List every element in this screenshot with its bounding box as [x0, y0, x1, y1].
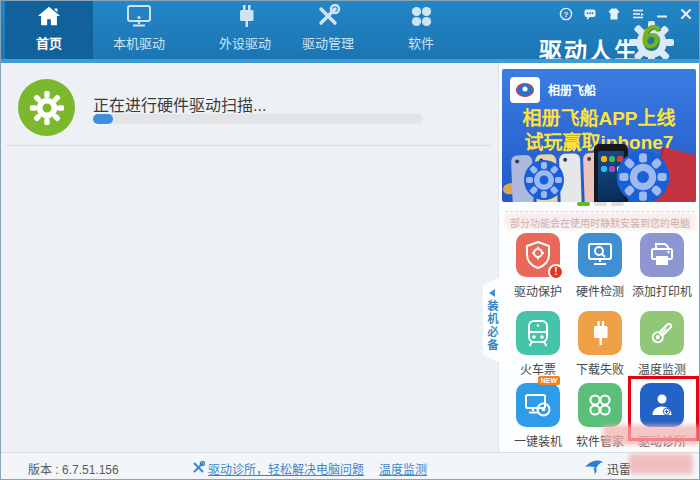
app-temperature-monitor[interactable]: 温度监测	[631, 311, 693, 377]
app-label: 下载失败	[569, 360, 631, 377]
tab-label: 首页	[36, 33, 62, 52]
tab-driver-management[interactable]: 驱动管理	[285, 1, 371, 59]
chevron-left-icon	[489, 289, 495, 297]
alert-badge: !	[548, 264, 564, 280]
svg-text:?: ?	[563, 10, 568, 19]
version-text: 版本 : 6.7.51.156	[28, 460, 119, 477]
shield-gear-icon: !	[516, 233, 560, 277]
banner-phones-art	[502, 140, 696, 202]
ad-banner[interactable]: 相册飞船 相册飞船APP上线 试玩赢取iphone7	[502, 69, 696, 202]
tools-icon	[315, 2, 341, 30]
app-label: 添加打印机	[631, 282, 693, 299]
app-one-click-setup[interactable]: NEW 一键装机	[507, 383, 569, 449]
wrench-icon	[192, 460, 205, 478]
home-icon	[36, 2, 62, 30]
app-label: 驱动诊所	[631, 432, 693, 449]
app-hardware-detect[interactable]: 硬件检测	[569, 233, 631, 299]
tab-label: 外设驱动	[219, 33, 271, 52]
app-window: 首页 本机驱动 外设驱动 驱动管理 软件	[0, 0, 700, 480]
app-driver-protection[interactable]: ! 驱动保护	[507, 233, 569, 299]
usb-icon	[233, 2, 257, 30]
app-logo-text: 驱动人生	[539, 32, 639, 66]
carousel-dot[interactable]	[611, 202, 624, 206]
sidebar-separator	[505, 211, 695, 212]
banner-brand-text: 相册飞船	[548, 81, 596, 98]
skin-icon[interactable]	[606, 6, 621, 21]
app-label: 驱动保护	[507, 282, 569, 299]
app-software-manager[interactable]: 软件管家	[569, 383, 631, 449]
train-icon	[516, 311, 560, 355]
banner-gear-icon	[614, 148, 672, 202]
carousel-dots	[499, 202, 700, 206]
banner-gear-icon	[522, 158, 566, 202]
essentials-side-tab[interactable]: 装机必备	[483, 277, 501, 363]
scan-gear-icon	[18, 79, 75, 136]
app-driver-clinic[interactable]: 驱动诊所	[631, 383, 693, 449]
app-label: 软件管家	[569, 432, 631, 449]
thermometer-icon	[640, 311, 684, 355]
xunlei-link[interactable]: 迅雷	[607, 460, 631, 477]
watermark-blur	[629, 454, 693, 474]
tab-local-drivers[interactable]: 本机驱动	[96, 1, 182, 59]
tab-software[interactable]: 软件	[378, 1, 464, 59]
disclaimer-text: 部分功能会在使用时静默安装到您的电脑	[499, 215, 700, 230]
app-label: 温度监测	[631, 360, 693, 377]
apps-icon	[408, 2, 434, 30]
main-panel: 正在进行硬件驱动扫描...	[1, 63, 498, 452]
status-bar: 版本 : 6.7.51.156 驱动诊所，轻松解决电脑问题 温度监测 迅雷	[1, 452, 700, 480]
carousel-dot[interactable]	[577, 202, 590, 206]
tab-label: 驱动管理	[302, 33, 354, 52]
app-label: 硬件检测	[569, 282, 631, 299]
new-badge: NEW	[538, 376, 560, 385]
usb-plug-icon	[578, 311, 622, 355]
scan-status-text: 正在进行硬件驱动扫描...	[93, 92, 266, 116]
feedback-icon[interactable]	[582, 6, 597, 21]
temperature-monitor-link[interactable]: 温度监测	[379, 460, 427, 477]
doctor-icon	[640, 383, 684, 427]
carousel-dot[interactable]	[594, 202, 607, 206]
scan-progress-bar	[93, 114, 423, 124]
xunlei-bird-icon	[584, 458, 604, 479]
sidebar-panel: 相册飞船 相册飞船APP上线 试玩赢取iphone7	[498, 63, 700, 452]
app-download-failed[interactable]: 下载失败	[569, 311, 631, 377]
progress-fill	[93, 114, 113, 124]
driver-clinic-link[interactable]: 驱动诊所，轻松解决电脑问题	[208, 460, 364, 477]
main-separator	[7, 145, 491, 146]
top-navigation: 首页 本机驱动 外设驱动 驱动管理 软件	[1, 1, 699, 63]
monitor-icon	[125, 2, 153, 30]
app-add-printer[interactable]: 添加打印机	[631, 233, 693, 299]
side-tab-label: 装机必备	[484, 300, 500, 352]
tab-home[interactable]: 首页	[5, 1, 93, 59]
clover-icon	[578, 383, 622, 427]
help-icon[interactable]: ?	[558, 6, 573, 21]
app-label: 火车票	[507, 360, 569, 377]
titlebar-controls: ?	[558, 6, 693, 21]
printer-icon	[640, 233, 684, 277]
banner-headline-1: 相册飞船APP上线	[502, 103, 696, 130]
monitor-scan-icon	[578, 233, 622, 277]
close-icon[interactable]	[678, 6, 693, 21]
logo-version-badge: 6	[641, 17, 660, 56]
monitor-disc-icon: NEW	[516, 383, 560, 427]
app-label: 一键装机	[507, 432, 569, 449]
tab-peripheral-drivers[interactable]: 外设驱动	[202, 1, 288, 59]
app-train-tickets[interactable]: 火车票	[507, 311, 569, 377]
tab-label: 软件	[408, 33, 434, 52]
tab-label: 本机驱动	[113, 33, 165, 52]
banner-logo-icon	[510, 77, 540, 103]
